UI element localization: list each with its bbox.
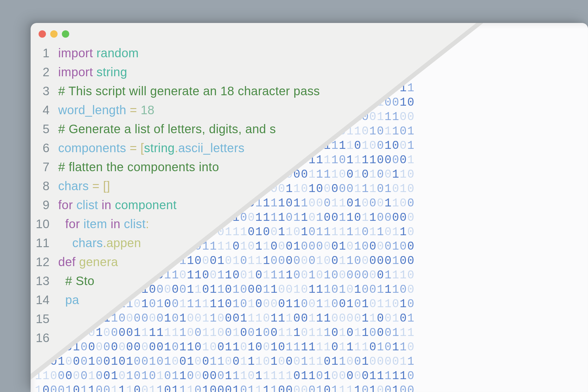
line-number: 9 xyxy=(32,199,50,211)
line-number: 5 xyxy=(32,123,50,135)
line-number: 3 xyxy=(32,85,50,97)
code-text: chars = [] xyxy=(58,180,110,192)
code-text: components = [string.ascii_letters xyxy=(58,142,244,154)
line-number: 4 xyxy=(32,104,50,116)
line-number: 2 xyxy=(32,66,50,78)
line-number: 11 xyxy=(32,237,50,249)
line-number: 13 xyxy=(32,275,50,287)
editor-window: 1import random2import string3# This scri… xyxy=(31,23,588,392)
code-text: # Generate a list of letters, digits, an… xyxy=(58,123,276,135)
line-number: 16 xyxy=(32,332,50,344)
close-icon[interactable] xyxy=(39,30,46,38)
code-text: # This script will generate an 18 charac… xyxy=(58,85,320,97)
zoom-icon[interactable] xyxy=(62,30,69,38)
line-number: 7 xyxy=(32,161,50,173)
code-text: import string xyxy=(58,66,127,78)
code-text: def genera xyxy=(58,256,118,268)
line-number: 12 xyxy=(32,256,50,268)
code-text: # Sto xyxy=(58,275,94,287)
line-number: 8 xyxy=(32,180,50,192)
code-text: for item in clist: xyxy=(58,218,149,230)
minimize-icon[interactable] xyxy=(50,30,58,38)
code-text: pa xyxy=(58,294,79,306)
line-number: 14 xyxy=(32,294,50,306)
line-number: 10 xyxy=(32,218,50,230)
line-number: 1 xyxy=(32,47,50,59)
code-text: word_length = 18 xyxy=(58,104,154,116)
code-text: import random xyxy=(58,47,139,59)
line-number: 6 xyxy=(32,142,50,154)
line-number: 15 xyxy=(32,313,50,325)
code-text: chars.appen xyxy=(58,237,141,249)
window-traffic-lights xyxy=(39,30,69,38)
code-text: # flatten the components into xyxy=(58,161,219,173)
code-text: for clist in component xyxy=(58,199,177,211)
